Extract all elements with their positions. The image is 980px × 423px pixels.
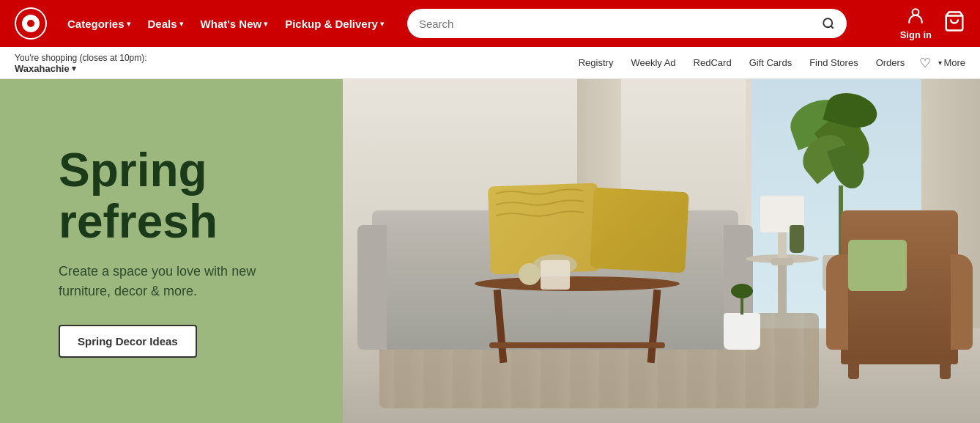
- find-stores-link[interactable]: Find Stores: [802, 54, 865, 71]
- hero-subtitle: Create a space you love with new furnitu…: [59, 262, 308, 301]
- room-scene: [343, 79, 980, 423]
- pickup-delivery-nav-item[interactable]: Pickup & Delivery ▾: [278, 12, 391, 36]
- search-button[interactable]: [822, 17, 835, 30]
- hero-section: Spring refresh Create a space you love w…: [0, 79, 980, 423]
- spring-decor-ideas-button[interactable]: Spring Decor Ideas: [59, 325, 197, 358]
- hero-image-panel: [343, 79, 980, 423]
- hero-cta-label: Spring Decor Ideas: [78, 335, 178, 347]
- whats-new-nav-item[interactable]: What's New ▾: [193, 12, 275, 36]
- svg-point-3: [823, 18, 832, 27]
- orders-link[interactable]: Orders: [869, 54, 913, 71]
- svg-line-4: [831, 26, 833, 28]
- gift-cards-link[interactable]: Gift Cards: [742, 54, 800, 71]
- user-icon: [906, 7, 925, 28]
- deals-nav-item[interactable]: Deals ▾: [141, 12, 190, 36]
- pickup-delivery-chevron-icon: ▾: [380, 20, 384, 28]
- svg-point-5: [913, 9, 919, 15]
- svg-point-2: [27, 20, 34, 27]
- hero-title: Spring refresh: [59, 144, 308, 248]
- search-bar: [407, 9, 847, 38]
- deals-label: Deals: [148, 18, 177, 30]
- pickup-delivery-label: Pickup & Delivery: [285, 18, 378, 30]
- logo-wrap[interactable]: [15, 7, 47, 40]
- deals-chevron-icon: ▾: [179, 20, 183, 28]
- right-nav: Sign in: [900, 7, 965, 40]
- cart-button[interactable]: [943, 10, 965, 37]
- categories-label: Categories: [67, 18, 125, 30]
- weekly-ad-link[interactable]: Weekly Ad: [623, 54, 683, 71]
- registry-link[interactable]: Registry: [571, 54, 621, 71]
- armchair-decor: [826, 196, 973, 364]
- categories-nav-item[interactable]: Categories ▾: [60, 12, 138, 36]
- more-button[interactable]: ▾ More: [938, 57, 965, 68]
- primary-nav-links: Categories ▾ Deals ▾ What's New ▾ Pickup…: [60, 12, 391, 36]
- coffee-table-decor: [475, 276, 680, 394]
- store-info: You're shopping (closes at 10pm): Waxaha…: [15, 52, 147, 74]
- store-chevron-icon: ▾: [72, 64, 76, 73]
- favorites-icon[interactable]: ♡: [915, 55, 935, 71]
- store-name-label: Waxahachie: [15, 63, 70, 74]
- redcard-link[interactable]: RedCard: [686, 54, 739, 71]
- target-logo[interactable]: [15, 7, 47, 40]
- more-label: More: [943, 57, 965, 68]
- categories-chevron-icon: ▾: [127, 20, 130, 28]
- floor-plant-decor: [724, 298, 760, 350]
- store-notice-text: You're shopping (closes at 10pm):: [15, 53, 147, 63]
- secondary-nav-links: Registry Weekly Ad RedCard Gift Cards Fi…: [571, 54, 965, 71]
- hero-text-panel: Spring refresh Create a space you love w…: [0, 79, 343, 423]
- search-input[interactable]: [419, 18, 822, 30]
- whats-new-label: What's New: [201, 18, 262, 30]
- store-name-button[interactable]: Waxahachie ▾: [15, 63, 147, 74]
- top-nav: Categories ▾ Deals ▾ What's New ▾ Pickup…: [0, 0, 980, 47]
- more-chevron-icon: ▾: [938, 59, 942, 67]
- whats-new-chevron-icon: ▾: [264, 20, 267, 28]
- secondary-nav: You're shopping (closes at 10pm): Waxaha…: [0, 47, 980, 79]
- sign-in-button[interactable]: Sign in: [900, 7, 932, 40]
- sign-in-label: Sign in: [900, 29, 932, 40]
